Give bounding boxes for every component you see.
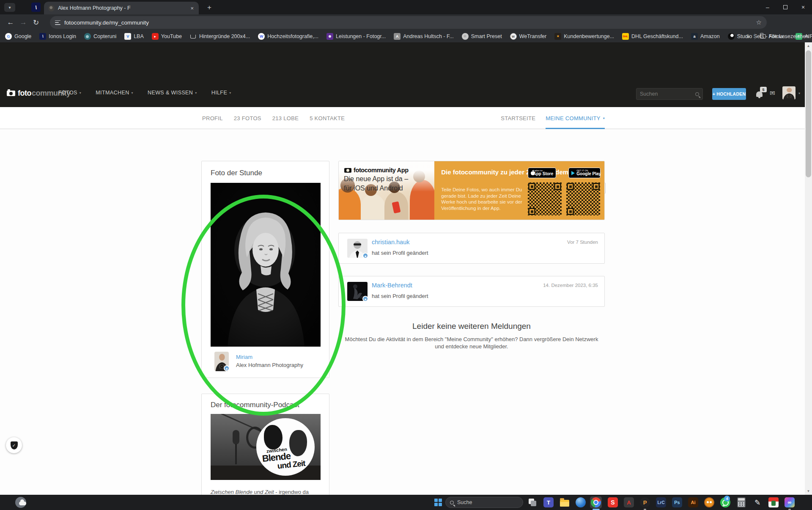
privacy-shield-button[interactable]: ✓	[6, 437, 22, 453]
bookmarks-overflow-icon[interactable]: »	[746, 33, 750, 40]
irfanview-button[interactable]	[768, 496, 779, 508]
bookmark-kundenbewertungen[interactable]: Kundenbewertunge...	[554, 33, 614, 40]
photo-app-button[interactable]: P	[639, 496, 651, 508]
reload-button[interactable]: ↻	[30, 16, 42, 29]
address-bar[interactable]: fotocommunity.de/my_community ☆	[50, 16, 767, 29]
bookmarks-right-group: » Alle Lesezeichen	[746, 30, 809, 42]
bookmark-smart-preset[interactable]: Smart Preset	[462, 33, 502, 40]
tab-meine-community-active[interactable]: MEINE COMMUNITY▾	[546, 107, 605, 129]
calculator-button[interactable]	[735, 496, 747, 508]
site-search[interactable]	[636, 88, 703, 100]
bookmark-leistungen[interactable]: Leistungen - Fotogr...	[326, 33, 386, 40]
tab-search-button[interactable]: ▾	[4, 3, 15, 12]
kundenbewertungen-favicon	[554, 33, 561, 40]
app-promo-banner[interactable]: fotocommunity App Die neue App ist da – …	[338, 161, 605, 220]
maximize-button[interactable]	[776, 0, 794, 14]
chevron-down-icon: ▾	[603, 116, 605, 120]
banner-photo-panel: fotocommunity App Die neue App ist da – …	[339, 161, 434, 220]
foto-der-stunde-image[interactable]	[211, 183, 321, 347]
tab-lobe[interactable]: 213 LOBE	[272, 115, 299, 121]
minimize-button[interactable]: –	[759, 0, 776, 14]
chrome-button-active[interactable]	[590, 496, 602, 508]
nav-item-news-wissen[interactable]: NEWS & WISSEN▾	[148, 90, 197, 96]
active-tab[interactable]: Alex Hofmann Photography - F ×	[44, 2, 199, 14]
microphone-icon	[233, 430, 239, 444]
feed-user-link[interactable]: christian.hauk	[372, 239, 409, 245]
google-play-badge[interactable]: GET IT ONGoogle Play	[568, 168, 601, 178]
nav-item-fotos[interactable]: FOTOS▾	[58, 90, 81, 96]
sparkasse-button[interactable]: S	[607, 496, 619, 508]
nav-item-mitmachen[interactable]: MITMACHEN▾	[96, 90, 133, 96]
foto-der-stunde-card: Foto der Stunde	[201, 161, 329, 378]
maximize-icon	[783, 5, 787, 9]
chevron-down-icon: ▾	[132, 91, 133, 95]
pinned-app-icon[interactable]: \	[31, 3, 41, 12]
podcast-title: Der fotocommunity-Podcast	[211, 401, 299, 409]
new-tab-button[interactable]: +	[204, 3, 215, 13]
bookmark-andreas-hultsch[interactable]: Andreas Hultsch - F...	[394, 33, 454, 40]
user-avatar[interactable]	[782, 86, 796, 99]
bookmark-copteruni[interactable]: Copteruni	[84, 33, 116, 40]
feed-timestamp: Vor 7 Stunden	[567, 240, 598, 245]
creative-cloud-button[interactable]: ∞	[784, 496, 796, 508]
taskbar-search[interactable]	[445, 497, 523, 508]
youtube-favicon	[152, 33, 159, 40]
scroll-up-arrow[interactable]: ▲	[805, 42, 812, 50]
lightroom-button[interactable]: LrC	[655, 496, 667, 508]
chevron-down-icon: ▾	[229, 91, 231, 95]
notification-badge: 5	[760, 87, 767, 92]
file-explorer-button[interactable]	[559, 496, 571, 508]
messages-mail-icon[interactable]: ✉	[770, 89, 775, 97]
bookmark-hochzeitsfotografie[interactable]: Hochzeitsfotografie,...	[258, 33, 318, 40]
illustrator-button[interactable]: Ai	[687, 496, 699, 508]
xnview-button[interactable]	[703, 496, 715, 508]
bookmark-dhl[interactable]: DHL Geschäftskund...	[622, 33, 683, 40]
account-chevron-icon[interactable]: ▾	[798, 91, 800, 95]
bookmark-amazon[interactable]: Amazon	[691, 33, 720, 40]
back-button[interactable]: ←	[4, 16, 17, 29]
bookmark-google[interactable]: Google	[5, 33, 31, 40]
start-button[interactable]	[432, 496, 444, 508]
banner-headline: Die fotocommunity zu jeder Zeit, an jede…	[441, 168, 582, 176]
chevron-down-icon: ▾	[195, 91, 197, 95]
bookmark-hintergruende[interactable]: Hintergründe 200x4...	[190, 33, 250, 40]
bookmark-wetransfer[interactable]: WeTransfer	[510, 33, 547, 40]
task-view-button[interactable]	[527, 496, 538, 508]
tab-startseite[interactable]: STARTSEITE	[501, 115, 535, 121]
pen-tool-button[interactable]: ✎	[752, 496, 763, 508]
profile-tabs-left: PROFIL 23 FOTOS 213 LOBE 5 KONTAKTE	[202, 107, 345, 129]
tab-title: Alex Hofmann Photography - F	[58, 5, 186, 11]
podcast-image[interactable]: zwischen Blende und Zeit	[211, 414, 321, 480]
acrobat-icon: A	[624, 497, 634, 507]
bookmark-ionos[interactable]: Ionos Login	[39, 33, 76, 40]
tab-profil[interactable]: PROFIL	[202, 115, 223, 121]
photoshop-button[interactable]: Ps	[671, 496, 683, 508]
nav-item-hilfe[interactable]: HILFE▾	[211, 90, 231, 96]
feed-user-link[interactable]: Mark-Behrendt	[372, 282, 412, 289]
all-bookmarks-button[interactable]: Alle Lesezeichen	[760, 33, 809, 39]
page-scrollbar[interactable]: ▲ ▼	[805, 42, 812, 495]
forward-button[interactable]: →	[17, 16, 30, 29]
tab-kontakte[interactable]: 5 KONTAKTE	[310, 115, 345, 121]
foto-author-link[interactable]: Miriam	[236, 354, 252, 360]
scrollbar-thumb[interactable]	[806, 50, 811, 177]
close-window-button[interactable]: ×	[794, 0, 812, 14]
app-store-badge[interactable]: Laden imApp Store	[528, 168, 556, 178]
weather-widget-icon[interactable]	[15, 496, 28, 509]
bookmark-youtube[interactable]: YouTube	[152, 33, 182, 40]
acrobat-button[interactable]: A	[623, 496, 635, 508]
site-settings-icon[interactable]	[55, 20, 60, 25]
upload-button[interactable]: + HOCHLADEN	[712, 88, 746, 100]
bookmarks-bar: Google Ionos Login Copteruni LBA YouTube…	[0, 30, 812, 42]
bookmark-star-icon[interactable]: ☆	[756, 19, 762, 26]
empty-state-title: Leider keine weiteren Meldungen	[338, 322, 605, 331]
blue-sphere-app-button[interactable]	[575, 496, 587, 508]
teams-button[interactable]: T	[543, 496, 554, 508]
search-input[interactable]	[640, 91, 695, 97]
scroll-down-arrow[interactable]: ▼	[805, 488, 812, 495]
taskbar-search-input[interactable]	[457, 499, 512, 505]
wetransfer-favicon	[510, 33, 517, 40]
tab-fotos[interactable]: 23 FOTOS	[234, 115, 261, 121]
tab-close-icon[interactable]: ×	[189, 5, 195, 11]
bookmark-lba[interactable]: LBA	[124, 33, 144, 40]
